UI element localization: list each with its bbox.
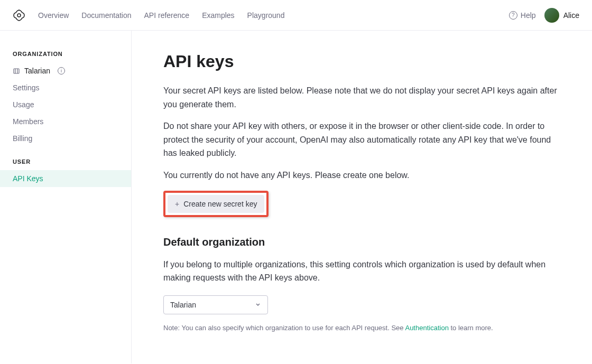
chevron-down-icon (255, 301, 261, 309)
default-org-title: Default organization (163, 236, 560, 248)
sidebar-settings[interactable]: Settings (0, 79, 131, 96)
org-select-value: Talarian (170, 301, 196, 309)
sidebar-org-name[interactable]: Talarian i (0, 62, 131, 79)
create-highlight-box: + Create new secret key (163, 191, 269, 217)
sidebar-org-label: Talarian (24, 67, 50, 75)
building-icon (13, 67, 20, 74)
header-right: ? Help Alice (509, 8, 579, 23)
sidebar-api-keys[interactable]: API Keys (0, 170, 131, 187)
nav-overview[interactable]: Overview (38, 11, 69, 20)
plus-icon: + (175, 200, 179, 208)
svg-rect-1 (14, 69, 19, 73)
main-content: API keys Your secret API keys are listed… (132, 31, 591, 363)
sidebar-item-label: API Keys (13, 174, 43, 183)
sidebar-item-label: Usage (13, 100, 34, 109)
info-icon[interactable]: i (58, 67, 65, 74)
nav-examples[interactable]: Examples (202, 11, 234, 20)
sidebar-item-label: Billing (13, 134, 32, 143)
sidebar-item-label: Settings (13, 83, 40, 92)
sidebar-billing[interactable]: Billing (0, 130, 131, 147)
sidebar-members[interactable]: Members (0, 113, 131, 130)
openai-logo[interactable] (13, 9, 25, 22)
help-icon: ? (509, 11, 517, 20)
intro-para-2: Do not share your API key with others, o… (163, 119, 560, 160)
nav-links: Overview Documentation API reference Exa… (38, 11, 284, 20)
user-name: Alice (563, 11, 579, 20)
body-container: ORGANIZATION Talarian i Settings Usage M… (0, 31, 592, 363)
user-menu[interactable]: Alice (544, 8, 579, 23)
org-select[interactable]: Talarian (163, 295, 268, 314)
nav-documentation[interactable]: Documentation (81, 11, 131, 20)
intro-para-1: Your secret API keys are listed below. P… (163, 84, 560, 111)
intro-para-3: You currently do not have any API keys. … (163, 169, 560, 182)
note-prefix: Note: You can also specify which organiz… (163, 324, 405, 332)
header: Overview Documentation API reference Exa… (0, 0, 592, 31)
note-suffix: to learn more. (449, 324, 493, 332)
help-label: Help (521, 11, 536, 20)
create-secret-key-button[interactable]: + Create new secret key (168, 195, 264, 213)
sidebar: ORGANIZATION Talarian i Settings Usage M… (0, 31, 132, 363)
create-button-label: Create new secret key (183, 200, 257, 208)
help-link[interactable]: ? Help (509, 11, 536, 20)
avatar (544, 8, 559, 23)
sidebar-item-label: Members (13, 117, 43, 126)
sidebar-org-title: ORGANIZATION (0, 51, 131, 62)
header-left: Overview Documentation API reference Exa… (13, 9, 284, 22)
note-text: Note: You can also specify which organiz… (163, 324, 560, 332)
nav-api-reference[interactable]: API reference (144, 11, 190, 20)
sidebar-usage[interactable]: Usage (0, 96, 131, 113)
nav-playground[interactable]: Playground (247, 11, 285, 20)
sidebar-user-title: USER (0, 158, 131, 170)
authentication-link[interactable]: Authentication (405, 324, 448, 332)
default-org-text: If you belong to multiple organizations,… (163, 258, 560, 285)
page-title: API keys (163, 52, 560, 71)
svg-point-0 (17, 14, 21, 17)
